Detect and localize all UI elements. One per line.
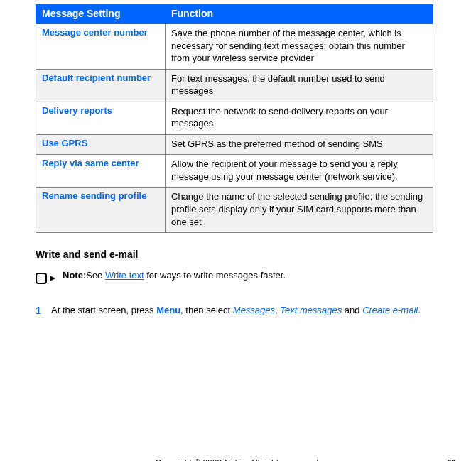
section-heading: Write and send e-mail <box>36 249 455 260</box>
function-cell: Set GPRS as the preferred method of send… <box>166 134 433 155</box>
function-cell: Request the network to send delivery rep… <box>166 102 433 134</box>
svg-rect-0 <box>36 273 46 283</box>
setting-name-cell: Reply via same center <box>36 155 166 188</box>
step-frag: At the start screen, press <box>51 305 156 315</box>
table-row: Delivery reportsRequest the network to s… <box>36 102 433 134</box>
step-frag: . <box>418 305 421 315</box>
step-1: 1 At the start screen, press Menu, then … <box>36 303 455 319</box>
note-block: Note:See Write text for ways to write me… <box>36 270 455 288</box>
setting-name-cell: Default recipient number <box>36 69 166 102</box>
note-text: Note:See Write text for ways to write me… <box>63 270 286 281</box>
step-number: 1 <box>36 303 51 319</box>
note-label: Note: <box>63 270 86 281</box>
step-text: At the start screen, press Menu, then se… <box>51 303 421 318</box>
step-frag: and <box>342 305 362 315</box>
note-before: See <box>86 270 105 281</box>
header-function: Function <box>166 5 433 24</box>
copyright-text: Copyright © 2003 Nokia. All rights reser… <box>0 458 476 461</box>
function-cell: Save the phone number of the message cen… <box>166 24 433 70</box>
note-link-write-text[interactable]: Write text <box>105 270 144 281</box>
menu-keyword: Menu <box>156 305 180 315</box>
note-arrow-icon <box>36 271 55 288</box>
note-after: for ways to write messages faster. <box>144 270 286 281</box>
page-number: 69 <box>447 458 456 461</box>
link-create-email[interactable]: Create e-mail <box>362 305 418 315</box>
table-row: Reply via same centerAllow the recipient… <box>36 155 433 188</box>
step-frag: , then select <box>180 305 233 315</box>
setting-name-cell: Use GPRS <box>36 134 166 155</box>
function-cell: Change the name of the selected sending … <box>166 188 433 233</box>
header-setting: Message Setting <box>36 5 166 24</box>
table-row: Default recipient numberFor text message… <box>36 69 433 102</box>
table-row: Use GPRSSet GPRS as the preferred method… <box>36 134 433 155</box>
link-messages[interactable]: Messages <box>233 305 275 315</box>
link-text-messages[interactable]: Text messages <box>280 305 342 315</box>
settings-table: Message Setting Function Message center … <box>36 4 433 233</box>
table-row: Message center numberSave the phone numb… <box>36 24 433 70</box>
table-row: Rename sending profileChange the name of… <box>36 188 433 233</box>
function-cell: Allow the recipient of your message to s… <box>166 155 433 188</box>
function-cell: For text messages, the default number us… <box>166 69 433 102</box>
setting-name-cell: Message center number <box>36 24 166 70</box>
setting-name-cell: Rename sending profile <box>36 188 166 233</box>
setting-name-cell: Delivery reports <box>36 102 166 134</box>
